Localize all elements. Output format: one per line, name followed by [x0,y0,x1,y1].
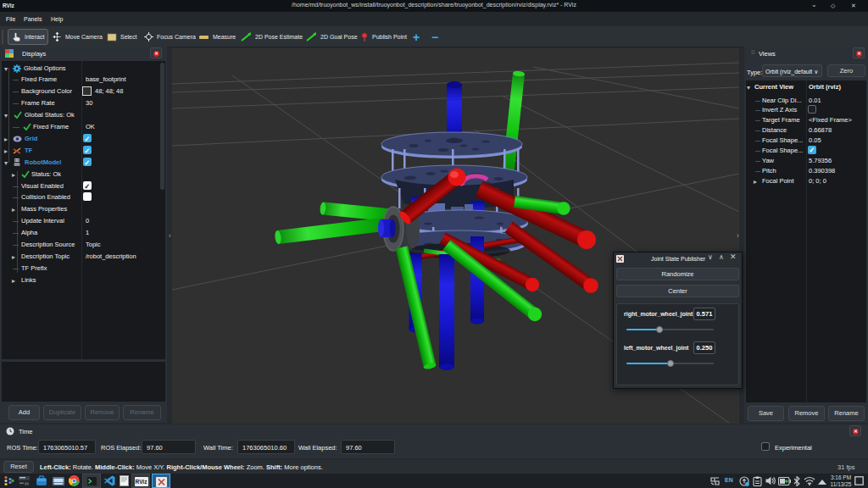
svg-text:›: › [737,231,739,240]
svg-text:‹: ‹ [169,231,171,240]
